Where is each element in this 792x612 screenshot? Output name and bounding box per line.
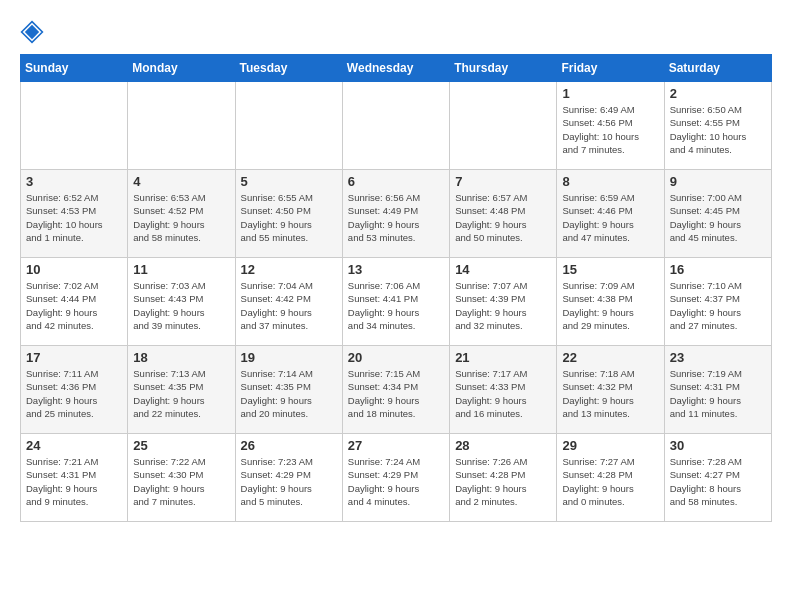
day-number: 4 [133, 174, 229, 189]
calendar-cell: 22Sunrise: 7:18 AM Sunset: 4:32 PM Dayli… [557, 346, 664, 434]
day-number: 3 [26, 174, 122, 189]
header-friday: Friday [557, 55, 664, 82]
day-info: Sunrise: 7:18 AM Sunset: 4:32 PM Dayligh… [562, 367, 658, 420]
day-number: 15 [562, 262, 658, 277]
logo [20, 20, 48, 44]
day-info: Sunrise: 7:10 AM Sunset: 4:37 PM Dayligh… [670, 279, 766, 332]
day-number: 6 [348, 174, 444, 189]
calendar-table: SundayMondayTuesdayWednesdayThursdayFrid… [20, 54, 772, 522]
day-info: Sunrise: 7:03 AM Sunset: 4:43 PM Dayligh… [133, 279, 229, 332]
calendar-cell: 27Sunrise: 7:24 AM Sunset: 4:29 PM Dayli… [342, 434, 449, 522]
day-info: Sunrise: 7:09 AM Sunset: 4:38 PM Dayligh… [562, 279, 658, 332]
calendar-cell: 10Sunrise: 7:02 AM Sunset: 4:44 PM Dayli… [21, 258, 128, 346]
calendar-week-1: 3Sunrise: 6:52 AM Sunset: 4:53 PM Daylig… [21, 170, 772, 258]
day-info: Sunrise: 7:28 AM Sunset: 4:27 PM Dayligh… [670, 455, 766, 508]
day-info: Sunrise: 6:56 AM Sunset: 4:49 PM Dayligh… [348, 191, 444, 244]
calendar-cell: 26Sunrise: 7:23 AM Sunset: 4:29 PM Dayli… [235, 434, 342, 522]
calendar-cell: 30Sunrise: 7:28 AM Sunset: 4:27 PM Dayli… [664, 434, 771, 522]
day-number: 29 [562, 438, 658, 453]
day-number: 9 [670, 174, 766, 189]
day-number: 22 [562, 350, 658, 365]
calendar-cell [235, 82, 342, 170]
day-info: Sunrise: 6:53 AM Sunset: 4:52 PM Dayligh… [133, 191, 229, 244]
calendar-cell: 12Sunrise: 7:04 AM Sunset: 4:42 PM Dayli… [235, 258, 342, 346]
day-info: Sunrise: 7:00 AM Sunset: 4:45 PM Dayligh… [670, 191, 766, 244]
day-number: 7 [455, 174, 551, 189]
calendar-cell: 9Sunrise: 7:00 AM Sunset: 4:45 PM Daylig… [664, 170, 771, 258]
calendar-week-3: 17Sunrise: 7:11 AM Sunset: 4:36 PM Dayli… [21, 346, 772, 434]
calendar-cell: 7Sunrise: 6:57 AM Sunset: 4:48 PM Daylig… [450, 170, 557, 258]
calendar-cell [128, 82, 235, 170]
calendar-cell: 4Sunrise: 6:53 AM Sunset: 4:52 PM Daylig… [128, 170, 235, 258]
calendar-cell: 17Sunrise: 7:11 AM Sunset: 4:36 PM Dayli… [21, 346, 128, 434]
calendar-week-4: 24Sunrise: 7:21 AM Sunset: 4:31 PM Dayli… [21, 434, 772, 522]
header-wednesday: Wednesday [342, 55, 449, 82]
day-info: Sunrise: 7:15 AM Sunset: 4:34 PM Dayligh… [348, 367, 444, 420]
calendar-cell: 18Sunrise: 7:13 AM Sunset: 4:35 PM Dayli… [128, 346, 235, 434]
day-info: Sunrise: 7:23 AM Sunset: 4:29 PM Dayligh… [241, 455, 337, 508]
day-info: Sunrise: 7:22 AM Sunset: 4:30 PM Dayligh… [133, 455, 229, 508]
calendar-cell: 5Sunrise: 6:55 AM Sunset: 4:50 PM Daylig… [235, 170, 342, 258]
day-info: Sunrise: 7:27 AM Sunset: 4:28 PM Dayligh… [562, 455, 658, 508]
calendar-cell: 21Sunrise: 7:17 AM Sunset: 4:33 PM Dayli… [450, 346, 557, 434]
day-number: 2 [670, 86, 766, 101]
day-number: 17 [26, 350, 122, 365]
day-info: Sunrise: 6:55 AM Sunset: 4:50 PM Dayligh… [241, 191, 337, 244]
calendar-cell: 15Sunrise: 7:09 AM Sunset: 4:38 PM Dayli… [557, 258, 664, 346]
day-number: 20 [348, 350, 444, 365]
calendar-cell: 11Sunrise: 7:03 AM Sunset: 4:43 PM Dayli… [128, 258, 235, 346]
day-info: Sunrise: 7:02 AM Sunset: 4:44 PM Dayligh… [26, 279, 122, 332]
day-number: 18 [133, 350, 229, 365]
day-info: Sunrise: 7:13 AM Sunset: 4:35 PM Dayligh… [133, 367, 229, 420]
day-number: 10 [26, 262, 122, 277]
day-number: 19 [241, 350, 337, 365]
logo-icon [20, 20, 44, 44]
day-info: Sunrise: 7:11 AM Sunset: 4:36 PM Dayligh… [26, 367, 122, 420]
calendar-header-row: SundayMondayTuesdayWednesdayThursdayFrid… [21, 55, 772, 82]
header-thursday: Thursday [450, 55, 557, 82]
day-number: 1 [562, 86, 658, 101]
page-header [20, 20, 772, 44]
calendar-cell [450, 82, 557, 170]
day-number: 23 [670, 350, 766, 365]
day-number: 28 [455, 438, 551, 453]
day-number: 16 [670, 262, 766, 277]
day-info: Sunrise: 6:57 AM Sunset: 4:48 PM Dayligh… [455, 191, 551, 244]
header-sunday: Sunday [21, 55, 128, 82]
calendar-cell: 23Sunrise: 7:19 AM Sunset: 4:31 PM Dayli… [664, 346, 771, 434]
day-info: Sunrise: 6:49 AM Sunset: 4:56 PM Dayligh… [562, 103, 658, 156]
calendar-week-0: 1Sunrise: 6:49 AM Sunset: 4:56 PM Daylig… [21, 82, 772, 170]
calendar-cell: 25Sunrise: 7:22 AM Sunset: 4:30 PM Dayli… [128, 434, 235, 522]
calendar-cell [21, 82, 128, 170]
day-info: Sunrise: 7:06 AM Sunset: 4:41 PM Dayligh… [348, 279, 444, 332]
day-number: 24 [26, 438, 122, 453]
day-number: 14 [455, 262, 551, 277]
day-info: Sunrise: 7:14 AM Sunset: 4:35 PM Dayligh… [241, 367, 337, 420]
calendar-cell: 13Sunrise: 7:06 AM Sunset: 4:41 PM Dayli… [342, 258, 449, 346]
header-saturday: Saturday [664, 55, 771, 82]
calendar-cell: 19Sunrise: 7:14 AM Sunset: 4:35 PM Dayli… [235, 346, 342, 434]
day-info: Sunrise: 7:17 AM Sunset: 4:33 PM Dayligh… [455, 367, 551, 420]
day-number: 27 [348, 438, 444, 453]
calendar-week-2: 10Sunrise: 7:02 AM Sunset: 4:44 PM Dayli… [21, 258, 772, 346]
day-number: 5 [241, 174, 337, 189]
day-number: 26 [241, 438, 337, 453]
calendar-cell: 28Sunrise: 7:26 AM Sunset: 4:28 PM Dayli… [450, 434, 557, 522]
day-info: Sunrise: 7:04 AM Sunset: 4:42 PM Dayligh… [241, 279, 337, 332]
calendar-cell: 2Sunrise: 6:50 AM Sunset: 4:55 PM Daylig… [664, 82, 771, 170]
day-info: Sunrise: 7:24 AM Sunset: 4:29 PM Dayligh… [348, 455, 444, 508]
day-number: 8 [562, 174, 658, 189]
day-number: 21 [455, 350, 551, 365]
calendar-cell: 1Sunrise: 6:49 AM Sunset: 4:56 PM Daylig… [557, 82, 664, 170]
day-number: 11 [133, 262, 229, 277]
calendar-cell: 14Sunrise: 7:07 AM Sunset: 4:39 PM Dayli… [450, 258, 557, 346]
day-number: 25 [133, 438, 229, 453]
header-monday: Monday [128, 55, 235, 82]
day-info: Sunrise: 7:21 AM Sunset: 4:31 PM Dayligh… [26, 455, 122, 508]
day-number: 13 [348, 262, 444, 277]
day-info: Sunrise: 7:19 AM Sunset: 4:31 PM Dayligh… [670, 367, 766, 420]
day-number: 30 [670, 438, 766, 453]
calendar-cell: 16Sunrise: 7:10 AM Sunset: 4:37 PM Dayli… [664, 258, 771, 346]
day-number: 12 [241, 262, 337, 277]
day-info: Sunrise: 6:52 AM Sunset: 4:53 PM Dayligh… [26, 191, 122, 244]
